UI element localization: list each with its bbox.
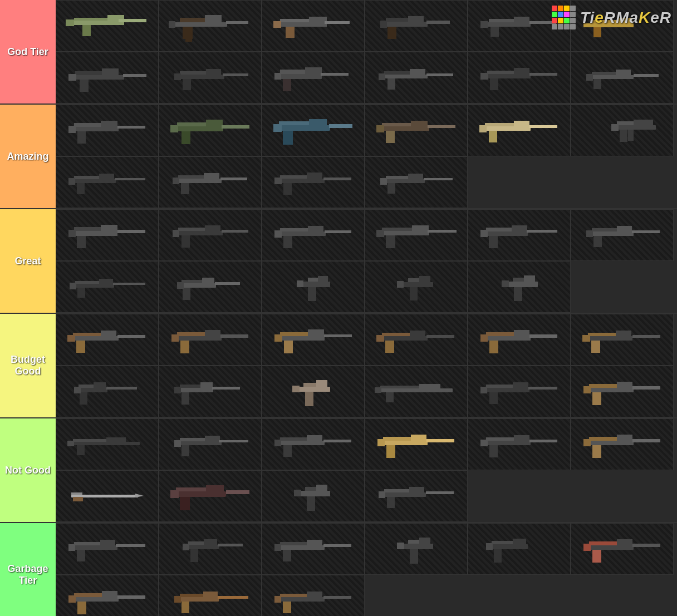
gun-cell[interactable] [262, 105, 365, 156]
gun-cell[interactable] [468, 418, 571, 470]
gun-cell[interactable] [468, 261, 571, 313]
svg-rect-147 [308, 226, 323, 236]
svg-rect-113 [68, 178, 75, 185]
gun-cell[interactable] [159, 575, 262, 616]
tier-row-amazing: Amazing [0, 105, 677, 209]
gun-cell[interactable] [365, 366, 468, 417]
gun-cell[interactable] [159, 366, 262, 417]
gun-cell[interactable] [365, 156, 468, 208]
gun-cell[interactable] [571, 52, 674, 104]
svg-rect-240 [200, 382, 213, 392]
gun-cell[interactable] [56, 366, 159, 417]
svg-rect-152 [382, 228, 414, 231]
gun-icon [269, 268, 358, 307]
gun-cell[interactable] [159, 0, 262, 52]
gun-cell[interactable] [56, 209, 159, 261]
svg-rect-314 [307, 496, 315, 511]
gun-cell[interactable] [365, 105, 468, 156]
gun-cell[interactable] [262, 366, 365, 417]
gun-cell[interactable] [56, 261, 159, 313]
svg-rect-355 [632, 544, 660, 547]
gun-cell[interactable] [262, 156, 365, 208]
gun-cell[interactable] [262, 418, 365, 470]
gun-icon [578, 321, 667, 359]
gun-cell[interactable] [365, 523, 468, 575]
gun-icon [63, 7, 152, 46]
logo-cell [570, 24, 576, 29]
logo-cell [552, 6, 557, 11]
gun-cell[interactable] [56, 575, 159, 616]
gun-cell[interactable] [365, 209, 468, 261]
gun-cell[interactable] [159, 523, 262, 575]
gun-cell[interactable] [159, 105, 262, 156]
gun-cell[interactable] [571, 105, 674, 156]
gun-icon [372, 216, 461, 255]
svg-rect-12 [226, 21, 248, 24]
gun-cell[interactable] [262, 314, 365, 366]
gun-cell[interactable] [262, 575, 365, 616]
gun-cell[interactable] [571, 418, 674, 470]
gun-cell[interactable] [571, 366, 674, 417]
svg-rect-215 [382, 333, 413, 336]
gun-cell[interactable] [468, 52, 571, 104]
svg-rect-265 [632, 386, 660, 390]
gun-cell[interactable] [365, 314, 468, 366]
gun-cell[interactable] [365, 470, 468, 522]
gun-cell[interactable] [262, 0, 365, 52]
svg-rect-209 [280, 332, 311, 336]
svg-rect-276 [219, 440, 248, 442]
gun-cell[interactable] [56, 523, 159, 575]
svg-rect-326 [68, 544, 75, 551]
gun-cell[interactable] [262, 261, 365, 313]
svg-rect-310 [226, 490, 249, 494]
gun-cell[interactable] [159, 52, 262, 104]
gun-cell[interactable] [159, 261, 262, 313]
gun-cell[interactable] [159, 156, 262, 208]
gun-cell[interactable] [56, 156, 159, 208]
gun-cell[interactable] [262, 523, 365, 575]
gun-icon [475, 321, 564, 359]
svg-rect-324 [100, 540, 115, 550]
gun-cell[interactable] [56, 0, 159, 52]
gun-cell[interactable] [159, 209, 262, 261]
gun-cell[interactable] [56, 105, 159, 156]
gun-cell[interactable] [56, 418, 159, 470]
gun-cell[interactable] [262, 470, 365, 522]
gun-cell[interactable] [468, 314, 571, 366]
svg-rect-204 [205, 330, 220, 341]
logo-cell [570, 6, 576, 11]
gun-cell[interactable] [365, 52, 468, 104]
gun-cell[interactable] [468, 105, 571, 156]
gun-cell[interactable] [56, 314, 159, 366]
tier-label-amazing: Amazing [0, 105, 56, 208]
gun-cell[interactable] [159, 418, 262, 470]
svg-rect-146 [280, 228, 311, 231]
gun-cell[interactable] [159, 470, 262, 522]
gun-cell[interactable] [365, 261, 468, 313]
gun-cell[interactable] [365, 418, 468, 470]
gun-cell[interactable] [159, 314, 262, 366]
gun-cell[interactable] [571, 314, 674, 366]
svg-rect-71 [586, 74, 593, 81]
gun-cell[interactable] [365, 0, 468, 52]
gun-cell[interactable] [262, 209, 365, 261]
svg-rect-243 [212, 387, 240, 390]
svg-rect-162 [527, 230, 557, 233]
gun-cell[interactable] [468, 523, 571, 575]
svg-rect-367 [218, 596, 248, 599]
svg-rect-44 [180, 71, 210, 75]
svg-rect-81 [206, 120, 223, 131]
gun-cell[interactable] [56, 52, 159, 104]
svg-rect-142 [181, 235, 190, 248]
gun-icon [475, 7, 564, 46]
gun-cell[interactable] [468, 366, 571, 417]
gun-cell[interactable] [571, 209, 674, 261]
gun-cell[interactable] [571, 523, 674, 575]
gun-cell[interactable] [262, 52, 365, 104]
gun-cell[interactable] [56, 470, 159, 522]
gun-cell[interactable] [468, 209, 571, 261]
svg-rect-264 [583, 386, 591, 393]
svg-rect-332 [183, 544, 189, 550]
svg-rect-82 [181, 131, 190, 144]
gun-icon [63, 163, 152, 202]
